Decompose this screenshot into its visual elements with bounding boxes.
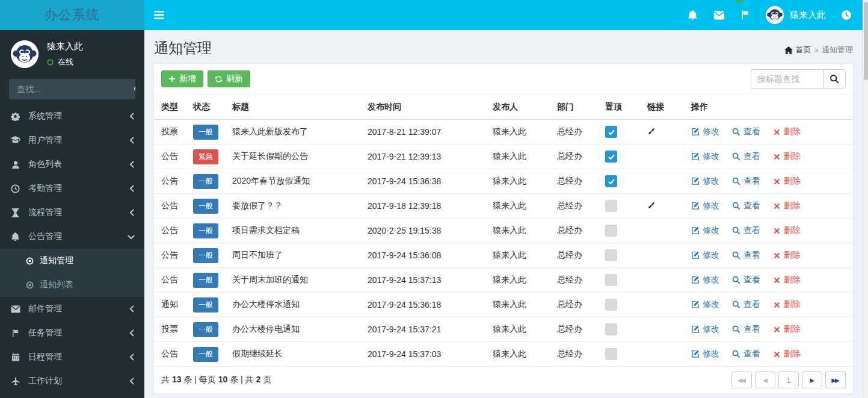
view-button[interactable]: 查看 xyxy=(732,151,760,162)
edit-button[interactable]: 修改 xyxy=(691,299,719,310)
notice-dept: 总经办 xyxy=(557,219,605,243)
edit-icon xyxy=(691,202,700,210)
plus-icon xyxy=(168,75,176,82)
delete-button[interactable]: 删除 xyxy=(773,299,801,310)
refresh-button[interactable]: 刷新 xyxy=(208,70,250,87)
edit-icon xyxy=(691,177,700,185)
sidebar-item-work-plan[interactable]: 工作计划 xyxy=(0,369,144,393)
messages-button[interactable] xyxy=(706,0,732,30)
pinned-checkbox[interactable] xyxy=(605,200,617,212)
delete-button[interactable]: 删除 xyxy=(773,250,801,261)
sidebar-item-attendance[interactable]: 考勤管理 xyxy=(0,176,144,201)
view-button[interactable]: 查看 xyxy=(732,349,760,359)
edit-button[interactable]: 修改 xyxy=(691,201,719,211)
sidebar-item-schedule[interactable]: 日程管理 xyxy=(0,345,144,369)
delete-button[interactable]: 删除 xyxy=(773,225,801,236)
edit-button[interactable]: 修改 xyxy=(691,275,719,285)
add-button[interactable]: 新增 xyxy=(161,70,203,87)
edit-button[interactable]: 修改 xyxy=(691,151,719,162)
dot-circle-icon xyxy=(26,281,34,289)
table-row: 投票 一般 猿来入此新版发布了 2017-8-21 12:39:07 猿来入此 … xyxy=(154,120,853,145)
search-icon xyxy=(732,251,740,260)
delete-button[interactable]: 删除 xyxy=(773,275,801,285)
breadcrumb-home-link[interactable]: 首页 xyxy=(784,45,811,55)
tasks-button[interactable] xyxy=(732,0,759,30)
view-button[interactable]: 查看 xyxy=(732,275,760,285)
search-icon xyxy=(732,177,740,185)
table-header-row: 类型 状态 标题 发布时间 发布人 部门 置顶 链接 操作 xyxy=(154,95,853,120)
col-header-link: 链接 xyxy=(647,95,691,120)
pinned-checkbox[interactable] xyxy=(605,151,617,163)
title-search-input[interactable] xyxy=(751,69,823,89)
view-button[interactable]: 查看 xyxy=(732,250,760,261)
pinned-checkbox[interactable] xyxy=(605,299,617,311)
pinned-checkbox[interactable] xyxy=(605,225,617,237)
edit-button[interactable]: 修改 xyxy=(691,324,719,335)
pinned-checkbox[interactable] xyxy=(605,348,617,360)
table-row: 公告 一般 假期继续延长 2017-9-24 15:37:03 猿来入此 总经办… xyxy=(154,342,853,367)
view-label: 查看 xyxy=(743,126,760,137)
prev-page-button[interactable]: ◀ xyxy=(755,372,775,388)
delete-label: 删除 xyxy=(784,275,801,285)
sidebar-item-notice-management[interactable]: 通知管理 xyxy=(0,249,144,273)
edit-button[interactable]: 修改 xyxy=(691,126,719,137)
pinned-checkbox[interactable] xyxy=(605,175,617,187)
sidebar-search-button[interactable] xyxy=(134,79,135,99)
sidebar-toggle-button[interactable] xyxy=(144,0,173,30)
edit-button[interactable]: 修改 xyxy=(691,225,719,236)
table-row: 投票 一般 办公大楼停电通知 2017-9-24 15:37:21 猿来入此 总… xyxy=(154,317,853,342)
view-button[interactable]: 查看 xyxy=(732,324,760,335)
edit-button[interactable]: 修改 xyxy=(691,349,719,359)
scrollbar-thumb[interactable] xyxy=(864,2,868,80)
sidebar-item-announcements[interactable]: 公告管理 xyxy=(0,225,144,249)
view-button[interactable]: 查看 xyxy=(732,176,760,187)
notice-publisher: 猿来入此 xyxy=(493,317,557,342)
delete-button[interactable]: 删除 xyxy=(773,176,801,187)
last-page-button[interactable]: ▶▶ xyxy=(825,372,846,388)
sidebar-avatar xyxy=(11,40,38,68)
sidebar-item-system[interactable]: 系统管理 xyxy=(0,104,144,128)
sidebar-search-input[interactable] xyxy=(9,79,134,99)
first-page-button[interactable]: ◀◀ xyxy=(731,372,752,388)
sidebar: 猿来入此 在线 系统管理 用户管理 xyxy=(0,30,144,398)
vertical-scrollbar[interactable] xyxy=(863,0,868,398)
first-page-icon: ◀◀ xyxy=(737,377,744,384)
view-button[interactable]: 查看 xyxy=(732,126,760,137)
pinned-checkbox[interactable] xyxy=(605,249,617,261)
pinned-checkbox[interactable] xyxy=(605,126,617,138)
delete-button[interactable]: 删除 xyxy=(773,151,801,162)
sidebar-item-workflow[interactable]: 流程管理 xyxy=(0,201,144,225)
status-badge: 一般 xyxy=(193,347,218,362)
sidebar-item-users[interactable]: 用户管理 xyxy=(0,128,144,152)
delete-button[interactable]: 删除 xyxy=(773,349,801,359)
notice-time: 2020-2-25 19:15:38 xyxy=(368,219,493,243)
sidebar-item-mail[interactable]: 邮件管理 xyxy=(0,297,144,321)
notice-title: 关于延长假期的公告 xyxy=(232,145,368,169)
pinned-checkbox[interactable] xyxy=(605,323,617,335)
sidebar-item-roles[interactable]: 角色列表 xyxy=(0,152,144,176)
view-button[interactable]: 查看 xyxy=(732,201,760,211)
edit-button[interactable]: 修改 xyxy=(691,176,719,187)
edit-button[interactable]: 修改 xyxy=(691,250,719,261)
notifications-button[interactable] xyxy=(679,0,706,30)
view-button[interactable]: 查看 xyxy=(732,225,760,236)
title-search-button[interactable] xyxy=(823,69,846,89)
user-menu[interactable]: 猿来入此 xyxy=(759,0,833,30)
sidebar-item-tasks[interactable]: 任务管理 xyxy=(0,321,144,345)
delete-button[interactable]: 删除 xyxy=(773,324,801,335)
history-button[interactable] xyxy=(833,0,860,30)
sidebar-item-notice-list[interactable]: 通知列表 xyxy=(0,273,144,297)
delete-button[interactable]: 删除 xyxy=(773,126,801,137)
next-page-button[interactable]: ▶ xyxy=(802,372,822,388)
app-logo[interactable]: 办公系统 xyxy=(0,0,144,30)
sidebar-user-name: 猿来入此 xyxy=(47,41,83,52)
notice-publisher: 猿来入此 xyxy=(493,120,557,145)
status-badge: 一般 xyxy=(193,199,218,214)
pinned-checkbox[interactable] xyxy=(605,274,617,286)
notice-dept: 总经办 xyxy=(557,268,605,293)
x-icon xyxy=(773,252,781,260)
view-button[interactable]: 查看 xyxy=(732,299,760,310)
edit-icon xyxy=(691,226,700,235)
delete-button[interactable]: 删除 xyxy=(773,201,801,211)
col-header-pinned: 置顶 xyxy=(605,95,647,120)
